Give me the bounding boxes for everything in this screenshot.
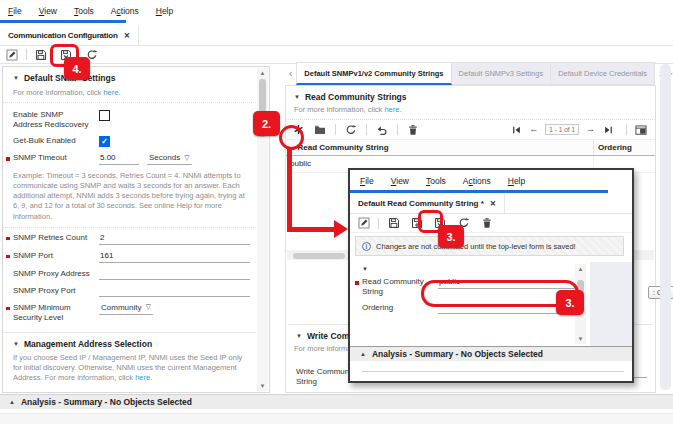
section-default-snmp-settings[interactable]: ▼ Default SNMP Settings <box>3 67 256 87</box>
menubar-accent-line <box>350 190 608 193</box>
collapse-icon[interactable]: ▼ <box>294 94 300 100</box>
menu-view[interactable]: View <box>391 176 409 186</box>
collapse-icon[interactable]: ▼ <box>296 333 302 339</box>
tab-label: Communication Configuration <box>8 31 118 40</box>
tab-communication-configuration[interactable]: Communication Configuration ✕ <box>0 26 139 45</box>
snmp-min-security-select[interactable]: Community ▽ <box>99 303 153 315</box>
default-read-community-string-window: File View Tools Actions Help Default Rea… <box>348 168 634 383</box>
expand-icon[interactable]: ▲ <box>360 351 366 357</box>
analysis-panel-bar[interactable]: ▲ Analysis - Summary - No Objects Select… <box>0 394 673 409</box>
collapse-icon[interactable]: ▼ <box>362 266 368 272</box>
first-page-icon[interactable] <box>510 124 522 136</box>
section-management-address-selection[interactable]: ▼ Management Address Selection <box>3 333 256 353</box>
toolbar-separator <box>397 124 398 135</box>
mgmt-description: If you choose Seed IP / Management IP, N… <box>3 353 256 388</box>
last-page-icon[interactable] <box>602 124 614 136</box>
highlight-new-button <box>279 125 304 150</box>
enable-snmp-rediscovery-label: Enable SNMP Address Rediscovery <box>13 110 93 130</box>
collapse-icon[interactable]: ▼ <box>13 341 19 347</box>
prev-page-icon[interactable]: ← <box>529 125 538 134</box>
form-section-toggle[interactable]: ▼ <box>350 262 590 274</box>
open-icon[interactable] <box>314 124 326 136</box>
tab-close-icon[interactable]: ✕ <box>124 31 130 40</box>
snmp-port-row: SNMP Port 161 <box>3 248 256 266</box>
save-icon[interactable] <box>35 49 47 61</box>
scroll-up-icon[interactable]: ▲ <box>575 264 586 274</box>
snmp-proxy-port-input[interactable] <box>99 286 250 297</box>
snmp-timeout-row: SNMP Timeout 5.00 Seconds ▽ <box>3 150 256 168</box>
snmp-proxy-address-row: SNMP Proxy Address <box>3 266 256 283</box>
toolbar-separator <box>26 49 27 60</box>
mgmt-help-link[interactable]: here. <box>135 373 152 382</box>
get-bulk-enabled-checkbox[interactable]: ✓ <box>99 136 110 147</box>
toolbar-separator <box>378 218 379 229</box>
pagination: ← 1 - 1 of 1 → <box>510 124 614 136</box>
refresh-icon[interactable] <box>345 124 357 136</box>
scrollbar-thumb[interactable] <box>293 253 345 259</box>
expand-icon[interactable]: ▲ <box>9 399 15 405</box>
snmp-retries-label: SNMP Retries Count <box>13 233 93 243</box>
menu-file[interactable]: File <box>8 6 22 16</box>
column-ordering[interactable]: Ordering <box>593 140 655 155</box>
section-title: Read Community Strings <box>305 92 407 102</box>
scroll-up-icon[interactable]: ▲ <box>257 68 268 78</box>
communication-configuration-screen: File View Tools Actions Help Communicati… <box>0 0 673 431</box>
snmp-timeout-unit-select[interactable]: Seconds ▽ <box>147 153 192 165</box>
right-tabstrip: ‹ Default SNMPv1/v2 Community Strings De… <box>285 62 658 85</box>
get-bulk-enabled-label: Get-Bulk Enabled <box>13 136 93 146</box>
column-read-community-string[interactable]: ▲ Read Community String <box>286 140 593 155</box>
section-read-community-strings[interactable]: ▼ Read Community Strings <box>286 86 655 105</box>
tab-default-snmpv1v2-community-strings[interactable]: Default SNMPv1/v2 Community Strings <box>296 62 451 85</box>
step-badge-3-field: 3. <box>556 290 584 315</box>
read-strings-toolbar: ← 1 - 1 of 1 → <box>286 120 655 140</box>
undo-icon[interactable] <box>376 124 388 136</box>
info-text: For more information, click <box>294 105 384 114</box>
menu-help[interactable]: Help <box>508 176 525 186</box>
delete-icon[interactable] <box>481 217 493 229</box>
tab-label: Default Read Community String * <box>358 199 484 208</box>
read-strings-table-header: ▲ Read Community String Ordering <box>286 140 655 156</box>
scroll-down-icon[interactable]: ▼ <box>575 334 586 344</box>
toolbar-separator <box>626 124 627 135</box>
menu-actions[interactable]: Actions <box>111 6 139 16</box>
column-label: Read Community String <box>297 143 388 152</box>
popup-analysis-bar[interactable]: ▲ Analysis - Summary - No Objects Select… <box>350 346 632 361</box>
selected-security-level: Community <box>101 303 141 313</box>
snmp-proxy-address-input[interactable] <box>99 269 250 280</box>
snmp-port-input[interactable]: 161 <box>99 251 250 263</box>
collapse-icon[interactable]: ▼ <box>13 75 19 81</box>
menu-tools[interactable]: Tools <box>74 6 94 16</box>
tab-close-icon[interactable]: ✕ <box>490 199 496 208</box>
get-bulk-enabled-row: Get-Bulk Enabled ✓ <box>3 133 256 150</box>
tab-default-snmpv3-settings[interactable]: Default SNMPv3 Settings <box>452 62 552 85</box>
snmp-info-row: For more information, click here. <box>3 87 256 103</box>
open-table-view-icon[interactable] <box>635 124 647 136</box>
check-icon: ✓ <box>101 138 108 146</box>
right-panel-scrollbar[interactable] <box>660 64 671 390</box>
tab-default-device-credentials[interactable]: Default Device Credentials <box>551 62 655 85</box>
bottom-strip <box>0 413 673 424</box>
snmp-help-link[interactable]: here. <box>103 88 120 97</box>
step-badge-3-toolbar: 3. <box>438 225 464 248</box>
toolbar-separator <box>335 124 336 135</box>
menu-tools[interactable]: Tools <box>426 176 446 186</box>
menu-view[interactable]: View <box>39 6 57 16</box>
left-settings-content: ▼ Default SNMP Settings For more informa… <box>3 67 256 392</box>
enable-snmp-rediscovery-checkbox[interactable] <box>99 110 110 121</box>
menu-actions[interactable]: Actions <box>463 176 491 186</box>
snmp-timeout-input[interactable]: 5.00 <box>99 153 139 165</box>
edit-icon[interactable] <box>6 49 18 61</box>
next-page-icon[interactable]: → <box>586 125 595 134</box>
column-label: Ordering <box>598 143 632 152</box>
edit-icon[interactable] <box>358 217 370 229</box>
save-icon[interactable] <box>388 217 400 229</box>
tab-scroll-left-icon[interactable]: ‹ <box>285 69 296 79</box>
delete-icon[interactable] <box>407 124 419 136</box>
banner-text: Changes are not committed until the top-… <box>376 242 576 251</box>
menu-help[interactable]: Help <box>156 6 173 16</box>
menu-file[interactable]: File <box>360 176 374 186</box>
snmp-retries-input[interactable]: 2 <box>99 233 250 245</box>
snmp-min-security-label: SNMP Minimum Security Level <box>13 303 93 323</box>
read-help-link[interactable]: here. <box>384 105 401 114</box>
scroll-down-icon[interactable]: ▼ <box>257 381 268 391</box>
